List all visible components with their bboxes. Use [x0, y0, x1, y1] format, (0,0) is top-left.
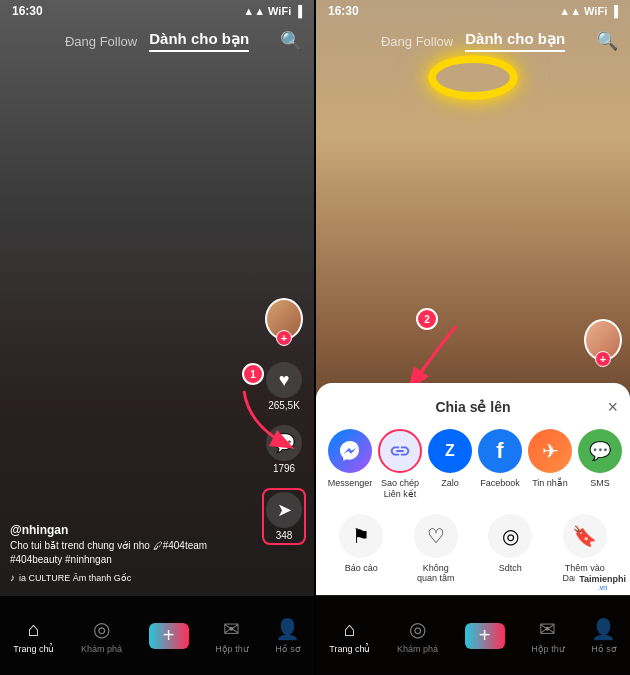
nav-profile-right[interactable]: 👤 Hồ sơ — [591, 617, 617, 654]
status-icons-left: ▲▲ WiFi ▐ — [243, 5, 302, 17]
watermark-sub: .vn — [579, 584, 626, 591]
share-app-messenger[interactable]: Messenger — [328, 429, 372, 500]
sms-label: SMS — [590, 478, 610, 489]
signal-icon: ▲▲ — [243, 5, 265, 17]
status-icons-right: ▲▲ WiFi ▐ — [559, 5, 618, 17]
explore-icon-left: ◎ — [93, 617, 110, 641]
right-phone: 16:30 ▲▲ WiFi ▐ Đang Follow Dành cho bạn… — [316, 0, 630, 675]
sdtch-label: Sdtch — [499, 563, 522, 573]
nav-inbox-right[interactable]: ✉ Hộp thư — [531, 617, 565, 654]
share-apps-row: Messenger Sao chépLiên kết Z Zalo f Face… — [328, 429, 618, 500]
signal-icon-right: ▲▲ — [559, 5, 581, 17]
battery-icon-right: ▐ — [610, 5, 618, 17]
badge-1: 1 — [242, 363, 264, 385]
copy-link-label: Sao chépLiên kết — [381, 478, 419, 500]
nav-home-right[interactable]: ⌂ Trang chủ — [329, 618, 370, 654]
nav-follow-right[interactable]: Đang Follow — [381, 34, 453, 49]
wifi-icon: WiFi — [268, 5, 291, 17]
share-action-report[interactable]: ⚑ Báo cáo — [328, 514, 395, 583]
report-label: Báo cáo — [345, 563, 378, 573]
like-btn-left[interactable]: ♥ 265,5K — [266, 362, 302, 411]
nav-plus-left[interactable]: + — [149, 623, 189, 649]
plus-btn-left[interactable]: + — [149, 623, 189, 649]
music-note-icon: ♪ — [10, 571, 15, 585]
share-app-zalo[interactable]: Z Zalo — [428, 429, 472, 500]
nav-profile-left[interactable]: 👤 Hồ sơ — [275, 617, 301, 654]
sdtch-icon: ◎ — [488, 514, 532, 558]
share-action-notinterested[interactable]: ♡ Khôngquan tâm — [403, 514, 470, 583]
nav-inbox-left[interactable]: ✉ Hộp thư — [215, 617, 249, 654]
facebook-label: Facebook — [480, 478, 520, 489]
share-app-sms[interactable]: 💬 SMS — [578, 429, 622, 500]
top-nav-right: Đang Follow Dành cho bạn 🔍 — [316, 22, 630, 60]
zalo-label: Zalo — [441, 478, 459, 489]
message-icon: ✈ — [528, 429, 572, 473]
avatar-container: + — [265, 298, 303, 340]
time-right: 16:30 — [328, 4, 359, 18]
nav-inbox-label-right: Hộp thư — [531, 644, 565, 654]
share-app-message[interactable]: ✈ Tin nhắn — [528, 429, 572, 500]
share-sheet-header: Chia sẻ lên × — [328, 399, 618, 415]
comment-btn-left[interactable]: 💬 1796 — [266, 425, 302, 474]
badge-1-container: 1 — [242, 363, 264, 385]
notinterested-icon: ♡ — [414, 514, 458, 558]
nav-explore-label-right: Khám phá — [397, 644, 438, 654]
username-left: @nhingan — [10, 522, 254, 539]
facebook-icon: f — [478, 429, 522, 473]
music-row-left: ♪ ia CULTURE Âm thanh Gốc — [10, 571, 254, 585]
copy-link-icon — [378, 429, 422, 473]
action-buttons-left: + ♥ 265,5K 💬 1796 ➤ 348 — [262, 298, 306, 545]
status-bar-left: 16:30 ▲▲ WiFi ▐ — [0, 0, 314, 22]
share-actions-row: ⚑ Báo cáo ♡ Khôngquan tâm ◎ Sdtch 🔖 Thêm… — [328, 514, 618, 583]
caption-left: @nhingan Cho tui bắt trend chung với nho… — [10, 522, 254, 585]
profile-icon-left: 👤 — [275, 617, 300, 641]
left-phone: 16:30 ▲▲ WiFi ▐ Đang Follow Dành cho bạn… — [0, 0, 314, 675]
share-sheet-title: Chia sẻ lên — [435, 399, 510, 415]
share-count-left: 348 — [276, 530, 293, 541]
inbox-icon-left: ✉ — [223, 617, 240, 641]
likes-count-left: 265,5K — [268, 400, 300, 411]
nav-home-left[interactable]: ⌂ Trang chủ — [13, 618, 54, 654]
nav-inbox-label-left: Hộp thư — [215, 644, 249, 654]
home-icon-left: ⌂ — [28, 618, 40, 641]
nav-profile-label-left: Hồ sơ — [275, 644, 301, 654]
message-label: Tin nhắn — [532, 478, 568, 489]
avatar-container-right: + — [584, 319, 622, 361]
profile-icon-right: 👤 — [591, 617, 616, 641]
share-action-sdtch[interactable]: ◎ Sdtch — [477, 514, 544, 583]
music-text-left: ia CULTURE Âm thanh Gốc — [19, 572, 131, 585]
nav-follow-left[interactable]: Đang Follow — [65, 34, 137, 49]
nav-explore-label-left: Khám phá — [81, 644, 122, 654]
avatar-plus-left[interactable]: + — [276, 330, 292, 346]
watermark: Taimienphi .vn — [575, 572, 630, 593]
sms-icon: 💬 — [578, 429, 622, 473]
home-icon-right: ⌂ — [344, 618, 356, 641]
addtolist-icon: 🔖 — [563, 514, 607, 558]
explore-icon-right: ◎ — [409, 617, 426, 641]
bottom-nav-right: ⌂ Trang chủ ◎ Khám phá + ✉ Hộp thư 👤 Hồ … — [316, 595, 630, 675]
nav-for-you-right[interactable]: Dành cho bạn — [465, 30, 565, 52]
badge-2-container: 2 — [416, 308, 438, 330]
nav-explore-right[interactable]: ◎ Khám phá — [397, 617, 438, 654]
nav-plus-right[interactable]: + — [465, 623, 505, 649]
close-icon[interactable]: × — [607, 397, 618, 418]
wifi-icon-right: WiFi — [584, 5, 607, 17]
avatar-plus-right[interactable]: + — [595, 351, 611, 367]
time-left: 16:30 — [12, 4, 43, 18]
zalo-icon: Z — [428, 429, 472, 473]
inbox-icon-right: ✉ — [539, 617, 556, 641]
share-app-facebook[interactable]: f Facebook — [478, 429, 522, 500]
plus-btn-right[interactable]: + — [465, 623, 505, 649]
badge-2: 2 — [416, 308, 438, 330]
messenger-label: Messenger — [328, 478, 373, 489]
notinterested-label: Khôngquan tâm — [417, 563, 455, 583]
share-btn-left[interactable]: ➤ 348 — [262, 488, 306, 545]
nav-explore-left[interactable]: ◎ Khám phá — [81, 617, 122, 654]
search-icon-right[interactable]: 🔍 — [596, 30, 618, 52]
share-app-copy-link[interactable]: Sao chépLiên kết — [378, 429, 422, 500]
search-icon-left[interactable]: 🔍 — [280, 30, 302, 52]
nav-home-label-right: Trang chủ — [329, 644, 370, 654]
comments-count-left: 1796 — [273, 463, 295, 474]
watermark-main: Taimienphi — [579, 574, 626, 584]
nav-for-you-left[interactable]: Dành cho bạn — [149, 30, 249, 52]
